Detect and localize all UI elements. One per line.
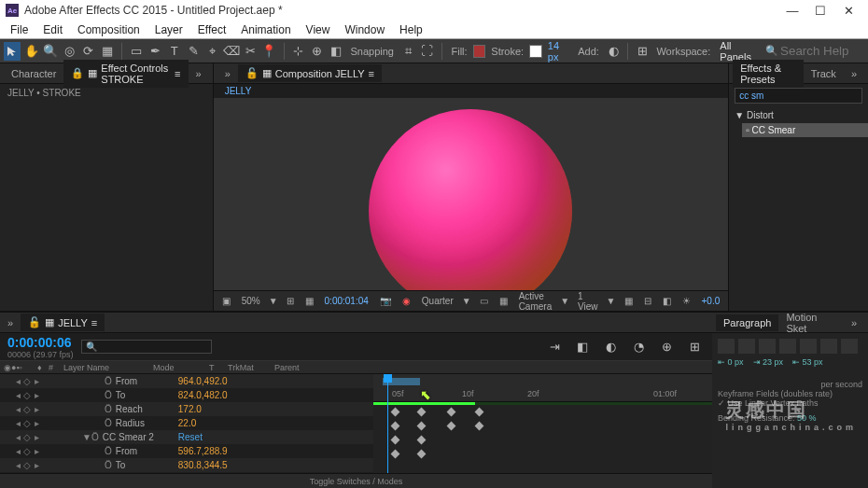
timeline-footer[interactable]: Toggle Switches / Modes [0,473,712,488]
brush-tool-icon[interactable]: ✎ [185,42,202,61]
col-trkmat[interactable]: TrkMat [228,363,274,372]
indent-right[interactable]: 53 px [803,357,823,367]
tab-effect-controls[interactable]: 🔒 ▦ Effect Controls STROKE ≡ [63,60,188,88]
eraser-tool-icon[interactable]: ⌫ [223,42,240,61]
stroke-swatch[interactable] [529,45,542,58]
property-value[interactable]: 830.8,344.5 [178,460,228,470]
keyframe[interactable] [417,450,427,459]
snap-icon[interactable]: ⌗ [399,42,416,61]
prev-kf-icon[interactable]: ◂ [13,418,22,428]
keyframe[interactable] [447,408,456,417]
property-value[interactable]: 964.0,492.0 [178,376,228,386]
next-kf-icon[interactable]: ▸ [32,432,41,442]
keyframe[interactable] [475,408,484,417]
property-row[interactable]: ◂◇▸▼ÖCC Smear 2Reset [0,430,373,444]
next-kf-icon[interactable]: ▸ [32,418,41,428]
property-tree[interactable]: ◂◇▸ÖFrom964.0,492.0◂◇▸ÖTo824.0,482.0◂◇▸Ö… [0,374,373,473]
layer-search-input[interactable] [81,340,212,354]
panel-overflow[interactable]: » [844,65,864,82]
selection-tool-icon[interactable] [4,42,21,61]
justify-center-icon[interactable] [800,339,817,354]
stopwatch-icon[interactable]: Ö [105,418,112,428]
tab-paragraph[interactable]: Paragraph [716,314,778,331]
property-row[interactable]: ◂◇▸ÖTo824.0,482.0 [0,388,373,402]
next-kf-icon[interactable]: ▸ [32,390,41,400]
next-kf-icon[interactable]: ▸ [32,376,41,386]
keyframe[interactable] [447,422,456,431]
timecode[interactable]: 0:00:00:06 [7,335,74,350]
keyframe[interactable] [391,422,400,431]
menu-help[interactable]: Help [393,21,429,38]
camera-dropdown[interactable]: Active Camera [516,291,555,312]
exposure-value[interactable]: +0.0 [699,296,723,306]
tab-effects-presets[interactable]: Effects & Presets [733,60,804,88]
keyframe[interactable] [475,422,484,431]
toggle-switches-modes[interactable]: Toggle Switches / Modes [310,477,403,486]
resistance-value[interactable]: 50 % [797,413,817,423]
opt-kf-fields[interactable]: Keyframe Fields (doubles rate) [718,389,862,398]
opt-linear-vertex[interactable]: ✓ Use Linear Vertex Paths [718,398,862,408]
tl-tool5-icon[interactable]: ⊕ [656,338,677,356]
stopwatch-icon[interactable]: Ö [105,446,112,456]
bounds-icon[interactable]: ⛶ [418,42,435,61]
tab-character[interactable]: Character [4,65,63,82]
channel-icon[interactable]: ◉ [399,296,413,306]
property-name[interactable]: To [116,390,178,400]
property-value[interactable]: 596.7,288.9 [178,446,228,456]
axis-tool-icon[interactable]: ⊹ [289,42,306,61]
property-name[interactable]: To [116,460,178,470]
lock-icon[interactable]: 🔓 [245,67,259,79]
property-value[interactable]: 22.0 [178,418,196,428]
keyframe[interactable] [391,436,400,445]
prev-kf-icon[interactable]: ◂ [13,446,22,456]
menubar[interactable]: File Edit Composition Layer Effect Anima… [0,21,868,39]
rotate-tool-icon[interactable]: ⟳ [79,42,96,61]
property-row[interactable]: ◂◇▸ÖRadius22.0 [0,416,373,430]
keyframe-area[interactable]: 05f 10f 20f 01:00f ⬉ [373,374,712,473]
property-row[interactable]: ◂◇▸ÖFrom964.0,492.0 [0,374,373,388]
search-help-input[interactable] [780,44,864,58]
menu-animation[interactable]: Animation [234,21,297,38]
tab-jelly-timeline[interactable]: 🔓 ▦ JELLY ≡ [21,314,105,331]
anchor-tool-icon[interactable]: ⊕ [309,42,326,61]
menu-view[interactable]: View [300,21,337,38]
keyframe[interactable] [391,450,400,459]
exposure-icon[interactable]: ☀ [679,296,693,306]
panel-menu-icon[interactable]: ≡ [91,317,97,328]
align-center-icon[interactable] [738,339,755,354]
next-kf-icon[interactable]: ▸ [32,404,41,414]
col-mode[interactable]: Mode [153,363,209,372]
next-kf-icon[interactable]: ▸ [32,446,41,456]
property-row[interactable]: ◂◇▸ÖTo830.8,344.5 [0,458,373,472]
tl-tool1-icon[interactable]: ⇥ [544,338,565,356]
keyframe[interactable] [417,408,427,417]
view-option2-icon[interactable]: ⊟ [641,296,654,306]
tab-composition[interactable]: 🔓 ▦ Composition JELLY ≡ [238,64,382,82]
close-button[interactable]: ✕ [834,4,862,18]
snapshot-icon[interactable]: ▣ [219,296,233,306]
keyframe[interactable] [391,408,400,417]
tab-track[interactable]: Track [804,65,844,82]
camera-icon[interactable]: 📷 [377,296,394,306]
fx-category[interactable]: ▼ Distort [729,107,868,123]
prev-kf-icon[interactable]: ◂ [13,460,22,470]
stopwatch-icon[interactable]: Ö [105,404,112,414]
next-kf-icon[interactable]: ▸ [32,460,41,470]
lock-icon[interactable]: 🔒 [71,67,84,79]
keyframe[interactable] [417,436,427,445]
keyframe[interactable] [417,422,427,431]
property-row[interactable]: ◂◇▸ÖReach172.0 [0,402,373,416]
panel-menu-icon[interactable]: ≡ [369,68,374,79]
pen-tool-icon[interactable]: ✒ [147,42,163,61]
fill-swatch[interactable] [473,45,486,58]
resolution-dropdown[interactable]: Quarter [419,296,456,306]
property-value[interactable]: Reset [178,432,203,442]
stopwatch-icon[interactable]: Ö [105,376,112,386]
ruler-icon[interactable]: ⊞ [284,296,297,306]
panel-overflow[interactable]: » [0,314,21,331]
add-kf-icon[interactable]: ◇ [22,404,32,414]
transparency-icon[interactable]: ▦ [497,296,511,306]
tl-tool6-icon[interactable]: ⊞ [684,338,705,356]
menu-edit[interactable]: Edit [36,21,69,38]
add-kf-icon[interactable]: ◇ [22,376,32,386]
